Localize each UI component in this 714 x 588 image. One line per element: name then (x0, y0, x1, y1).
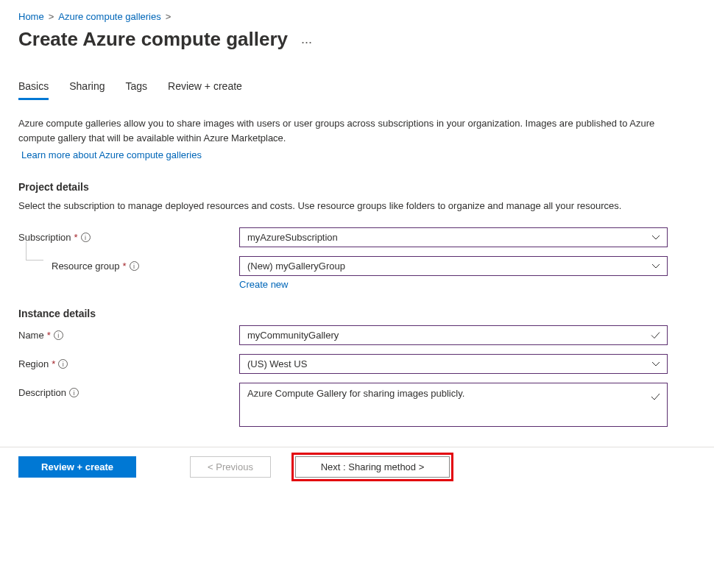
intro-description: Azure compute galleries allow you to sha… (18, 118, 654, 144)
create-new-link[interactable]: Create new (239, 279, 288, 290)
info-icon[interactable]: i (81, 233, 91, 242)
project-details-title: Project details (18, 181, 696, 193)
page-title: Create Azure compute gallery (18, 28, 288, 51)
instance-details-title: Instance details (18, 308, 696, 319)
more-icon[interactable]: ··· (301, 35, 312, 50)
info-icon[interactable]: i (54, 330, 63, 340)
resource-group-label: Resource group (52, 261, 120, 272)
tab-review[interactable]: Review + create (168, 80, 242, 100)
learn-more-link[interactable]: Learn more about Azure compute galleries (21, 149, 202, 160)
tab-sharing[interactable]: Sharing (69, 80, 105, 100)
required-asterisk: * (74, 232, 78, 243)
chevron-right-icon: > (49, 11, 54, 22)
tabs: Basics Sharing Tags Review + create (18, 80, 696, 100)
tab-basics[interactable]: Basics (18, 80, 49, 100)
intro-text: Azure compute galleries allow you to sha… (18, 116, 688, 163)
name-input[interactable] (239, 325, 668, 345)
chevron-right-icon: > (166, 11, 172, 22)
region-label: Region (18, 358, 49, 369)
resource-group-select[interactable]: (New) myGalleryGroup (239, 256, 668, 276)
info-icon[interactable]: i (58, 359, 68, 369)
description-textarea[interactable] (239, 383, 668, 427)
required-asterisk: * (52, 358, 55, 369)
required-asterisk: * (47, 330, 51, 341)
breadcrumb: Home > Azure compute galleries > (18, 11, 696, 22)
breadcrumb-galleries[interactable]: Azure compute galleries (58, 11, 160, 22)
info-icon[interactable]: i (130, 261, 139, 271)
description-label: Description (18, 387, 66, 398)
subscription-select[interactable]: myAzureSubscription (239, 227, 668, 247)
next-button[interactable]: Next : Sharing method > (295, 456, 450, 478)
required-asterisk: * (123, 261, 127, 272)
project-details-desc: Select the subscription to manage deploy… (18, 199, 681, 213)
review-create-button[interactable]: Review + create (18, 456, 136, 478)
tree-line (26, 241, 43, 261)
info-icon[interactable]: i (69, 388, 79, 397)
footer-bar: Review + create < Previous Next : Sharin… (0, 447, 714, 496)
previous-button: < Previous (190, 456, 271, 478)
breadcrumb-home[interactable]: Home (18, 11, 44, 22)
tab-tags[interactable]: Tags (126, 80, 148, 100)
region-select[interactable]: (US) West US (239, 354, 668, 374)
name-label: Name (18, 330, 44, 341)
